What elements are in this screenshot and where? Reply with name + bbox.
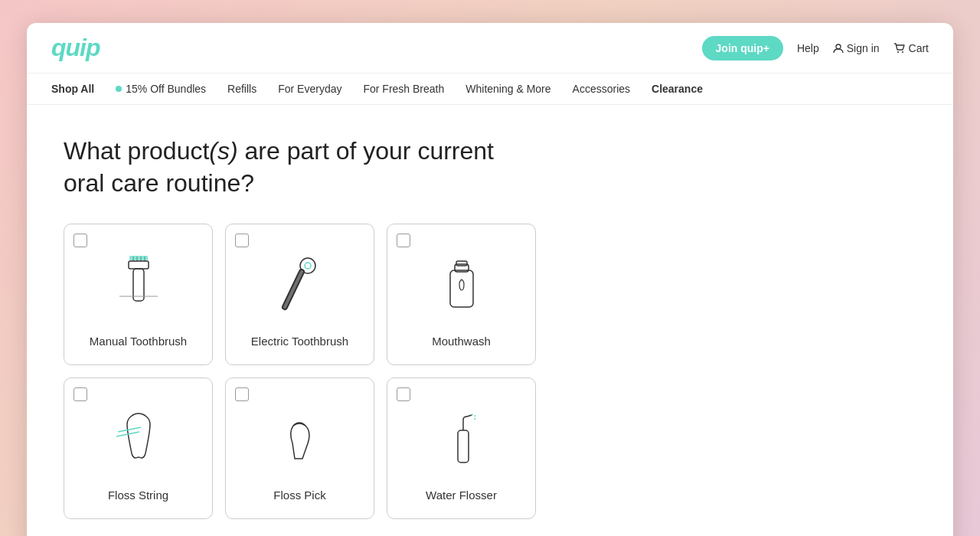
- water-flosser-icon: [400, 391, 523, 487]
- main-content: What product(s) are part of your current…: [27, 105, 953, 536]
- svg-point-0: [836, 44, 841, 49]
- user-icon: [833, 43, 844, 54]
- manual-toothbrush-icon: [77, 237, 200, 333]
- bundle-dot-icon: [116, 86, 122, 92]
- join-quip-button[interactable]: Join quip+: [702, 36, 783, 60]
- svg-rect-8: [129, 256, 148, 260]
- floss-string-icon: [77, 391, 200, 487]
- checkbox-electric-toothbrush[interactable]: [235, 234, 249, 247]
- svg-line-14: [285, 272, 302, 307]
- signin-link[interactable]: Sign in: [833, 42, 880, 54]
- svg-point-2: [902, 51, 903, 53]
- product-card-electric-toothbrush[interactable]: Electric Toothbrush: [225, 224, 374, 365]
- checkbox-mouthwash[interactable]: [397, 234, 410, 247]
- nav-accessories[interactable]: Accessories: [573, 83, 630, 95]
- mouthwash-icon: [400, 237, 523, 333]
- logo: quip: [51, 34, 100, 62]
- manual-toothbrush-label: Manual Toothbrush: [90, 333, 187, 352]
- help-link[interactable]: Help: [797, 42, 819, 54]
- nav-bundles[interactable]: 15% Off Bundles: [116, 83, 206, 95]
- product-card-floss-pick[interactable]: Floss Pick: [225, 377, 374, 519]
- nav-shop-all[interactable]: Shop All: [51, 83, 94, 95]
- question-title: What product(s) are part of your current…: [64, 136, 523, 199]
- svg-point-12: [305, 263, 311, 269]
- floss-string-label: Floss String: [108, 487, 168, 506]
- svg-point-1: [897, 51, 899, 53]
- nav-fresh-breath[interactable]: For Fresh Breath: [363, 83, 444, 95]
- product-card-manual-toothbrush[interactable]: Manual Toothbrush: [64, 224, 213, 365]
- product-grid: Manual Toothbrush Electric Toothbrush: [64, 224, 916, 519]
- electric-toothbrush-icon: [238, 237, 361, 333]
- svg-rect-15: [450, 270, 473, 307]
- nav-everyday[interactable]: For Everyday: [278, 83, 341, 95]
- checkbox-water-flosser[interactable]: [397, 387, 410, 401]
- mouthwash-label: Mouthwash: [432, 333, 491, 352]
- header: quip Join quip+ Help Sign in Cart: [27, 23, 953, 74]
- checkbox-manual-toothbrush[interactable]: [74, 234, 87, 247]
- header-actions: Join quip+ Help Sign in Cart: [702, 36, 929, 60]
- nav: Shop All 15% Off Bundles Refills For Eve…: [27, 74, 953, 105]
- water-flosser-label: Water Flosser: [426, 487, 497, 506]
- nav-refills[interactable]: Refills: [227, 83, 256, 95]
- product-card-mouthwash[interactable]: Mouthwash: [387, 224, 536, 365]
- svg-rect-17: [456, 261, 467, 266]
- svg-rect-20: [458, 430, 469, 462]
- browser-window: quip Join quip+ Help Sign in Cart: [27, 23, 953, 536]
- svg-rect-3: [129, 261, 149, 269]
- product-card-water-flosser[interactable]: Water Flosser: [387, 377, 536, 519]
- cart-icon: [893, 43, 906, 54]
- product-card-floss-string[interactable]: Floss String: [64, 377, 213, 519]
- cart-link[interactable]: Cart: [893, 42, 929, 54]
- checkbox-floss-string[interactable]: [74, 387, 87, 401]
- svg-line-18: [118, 427, 141, 432]
- nav-clearance[interactable]: Clearance: [652, 83, 703, 95]
- nav-whitening[interactable]: Whitening & More: [466, 83, 550, 95]
- floss-pick-label: Floss Pick: [273, 487, 325, 506]
- svg-line-21: [467, 415, 472, 417]
- electric-toothbrush-label: Electric Toothbrush: [251, 333, 348, 352]
- floss-pick-icon: [238, 391, 361, 487]
- checkbox-floss-pick[interactable]: [235, 387, 249, 401]
